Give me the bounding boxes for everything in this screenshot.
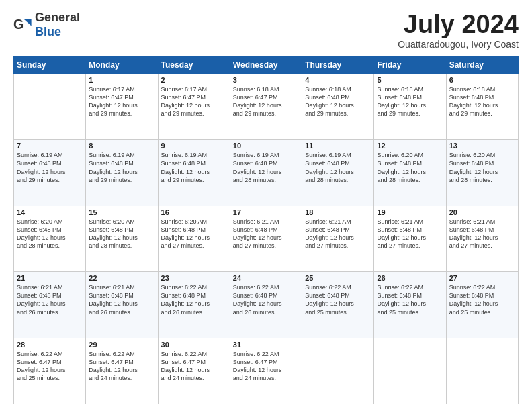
calendar-week-row: 21Sunrise: 6:21 AM Sunset: 6:48 PM Dayli… [14,272,519,338]
table-row: 13Sunrise: 6:20 AM Sunset: 6:48 PM Dayli… [446,140,518,205]
header: G General Blue July 2024 Ouattaradougou,… [13,11,519,50]
day-info: Sunrise: 6:18 AM Sunset: 6:48 PM Dayligh… [377,85,443,118]
day-info: Sunrise: 6:20 AM Sunset: 6:48 PM Dayligh… [449,151,515,184]
day-number: 29 [89,340,154,349]
calendar-week-row: 14Sunrise: 6:20 AM Sunset: 6:48 PM Dayli… [14,205,519,271]
page: G General Blue July 2024 Ouattaradougou,… [0,0,532,411]
day-info: Sunrise: 6:19 AM Sunset: 6:48 PM Dayligh… [17,151,83,184]
col-tuesday: Tuesday [158,56,230,73]
table-row: 2Sunrise: 6:17 AM Sunset: 6:47 PM Daylig… [158,73,230,139]
table-row: 12Sunrise: 6:20 AM Sunset: 6:48 PM Dayli… [374,140,446,205]
calendar-week-row: 1Sunrise: 6:17 AM Sunset: 6:47 PM Daylig… [14,73,519,139]
table-row: 17Sunrise: 6:21 AM Sunset: 6:48 PM Dayli… [230,205,302,271]
day-number: 23 [161,274,227,282]
day-number: 24 [233,274,299,282]
day-number: 3 [233,76,299,84]
day-info: Sunrise: 6:17 AM Sunset: 6:47 PM Dayligh… [89,85,154,118]
calendar-header-row: Sunday Monday Tuesday Wednesday Thursday… [14,56,519,73]
day-info: Sunrise: 6:20 AM Sunset: 6:48 PM Dayligh… [377,151,443,184]
day-info: Sunrise: 6:21 AM Sunset: 6:48 PM Dayligh… [17,283,83,316]
table-row: 18Sunrise: 6:21 AM Sunset: 6:48 PM Dayli… [302,205,374,271]
table-row: 23Sunrise: 6:22 AM Sunset: 6:48 PM Dayli… [158,272,230,338]
table-row: 11Sunrise: 6:19 AM Sunset: 6:48 PM Dayli… [302,140,374,205]
table-row: 16Sunrise: 6:20 AM Sunset: 6:48 PM Dayli… [158,205,230,271]
logo-icon: G [13,15,32,34]
table-row: 14Sunrise: 6:20 AM Sunset: 6:48 PM Dayli… [14,205,86,271]
table-row: 28Sunrise: 6:22 AM Sunset: 6:47 PM Dayli… [14,338,86,404]
day-info: Sunrise: 6:22 AM Sunset: 6:47 PM Dayligh… [233,350,299,383]
day-info: Sunrise: 6:22 AM Sunset: 6:48 PM Dayligh… [161,283,227,316]
day-number: 10 [233,142,299,150]
day-number: 19 [377,208,443,216]
day-info: Sunrise: 6:19 AM Sunset: 6:48 PM Dayligh… [305,151,371,184]
calendar-week-row: 7Sunrise: 6:19 AM Sunset: 6:48 PM Daylig… [14,140,519,205]
day-number: 8 [89,142,154,150]
svg-text:G: G [13,17,24,32]
table-row: 6Sunrise: 6:18 AM Sunset: 6:48 PM Daylig… [446,73,518,139]
table-row: 27Sunrise: 6:22 AM Sunset: 6:48 PM Dayli… [446,272,518,338]
day-number: 7 [17,142,83,150]
logo-blue: Blue [35,25,61,38]
day-info: Sunrise: 6:19 AM Sunset: 6:48 PM Dayligh… [161,151,227,184]
day-info: Sunrise: 6:22 AM Sunset: 6:48 PM Dayligh… [449,283,515,316]
day-info: Sunrise: 6:21 AM Sunset: 6:48 PM Dayligh… [305,218,371,250]
table-row: 29Sunrise: 6:22 AM Sunset: 6:47 PM Dayli… [86,338,158,404]
day-number: 1 [89,76,154,84]
table-row [374,338,446,404]
day-info: Sunrise: 6:22 AM Sunset: 6:48 PM Dayligh… [377,283,443,316]
day-number: 14 [17,208,83,216]
day-info: Sunrise: 6:20 AM Sunset: 6:48 PM Dayligh… [89,218,154,250]
day-number: 22 [89,274,154,282]
day-info: Sunrise: 6:18 AM Sunset: 6:48 PM Dayligh… [305,85,371,118]
table-row: 20Sunrise: 6:21 AM Sunset: 6:48 PM Dayli… [446,205,518,271]
table-row: 8Sunrise: 6:19 AM Sunset: 6:48 PM Daylig… [86,140,158,205]
title-section: July 2024 Ouattaradougou, Ivory Coast [398,11,519,50]
day-number: 16 [161,208,227,216]
day-info: Sunrise: 6:18 AM Sunset: 6:48 PM Dayligh… [449,85,515,118]
day-info: Sunrise: 6:18 AM Sunset: 6:47 PM Dayligh… [233,85,299,118]
day-info: Sunrise: 6:22 AM Sunset: 6:47 PM Dayligh… [161,350,227,383]
day-number: 30 [161,340,227,349]
table-row: 10Sunrise: 6:19 AM Sunset: 6:48 PM Dayli… [230,140,302,205]
calendar-table: Sunday Monday Tuesday Wednesday Thursday… [13,56,519,404]
table-row: 22Sunrise: 6:21 AM Sunset: 6:48 PM Dayli… [86,272,158,338]
day-number: 6 [449,76,515,84]
table-row: 3Sunrise: 6:18 AM Sunset: 6:47 PM Daylig… [230,73,302,139]
logo-text: General Blue [35,11,80,39]
table-row: 24Sunrise: 6:22 AM Sunset: 6:48 PM Dayli… [230,272,302,338]
table-row [302,338,374,404]
day-info: Sunrise: 6:21 AM Sunset: 6:48 PM Dayligh… [377,218,443,250]
col-thursday: Thursday [302,56,374,73]
day-number: 25 [305,274,371,282]
day-number: 31 [233,340,299,349]
location-subtitle: Ouattaradougou, Ivory Coast [398,39,519,50]
day-info: Sunrise: 6:20 AM Sunset: 6:48 PM Dayligh… [17,218,83,250]
logo-general: General [35,11,80,24]
svg-marker-1 [24,19,31,26]
day-number: 5 [377,76,443,84]
table-row [14,73,86,139]
day-info: Sunrise: 6:17 AM Sunset: 6:47 PM Dayligh… [161,85,227,118]
day-number: 17 [233,208,299,216]
month-title: July 2024 [398,11,519,39]
col-monday: Monday [86,56,158,73]
col-sunday: Sunday [14,56,86,73]
col-friday: Friday [374,56,446,73]
day-info: Sunrise: 6:19 AM Sunset: 6:48 PM Dayligh… [89,151,154,184]
calendar-week-row: 28Sunrise: 6:22 AM Sunset: 6:47 PM Dayli… [14,338,519,404]
table-row [446,338,518,404]
day-number: 27 [449,274,515,282]
day-number: 9 [161,142,227,150]
logo: G General Blue [13,11,80,39]
day-info: Sunrise: 6:22 AM Sunset: 6:47 PM Dayligh… [89,350,154,383]
day-number: 18 [305,208,371,216]
table-row: 25Sunrise: 6:22 AM Sunset: 6:48 PM Dayli… [302,272,374,338]
day-number: 12 [377,142,443,150]
day-info: Sunrise: 6:20 AM Sunset: 6:48 PM Dayligh… [161,218,227,250]
table-row: 21Sunrise: 6:21 AM Sunset: 6:48 PM Dayli… [14,272,86,338]
day-info: Sunrise: 6:21 AM Sunset: 6:48 PM Dayligh… [233,218,299,250]
table-row: 15Sunrise: 6:20 AM Sunset: 6:48 PM Dayli… [86,205,158,271]
day-info: Sunrise: 6:22 AM Sunset: 6:48 PM Dayligh… [305,283,371,316]
day-info: Sunrise: 6:22 AM Sunset: 6:48 PM Dayligh… [233,283,299,316]
col-saturday: Saturday [446,56,518,73]
